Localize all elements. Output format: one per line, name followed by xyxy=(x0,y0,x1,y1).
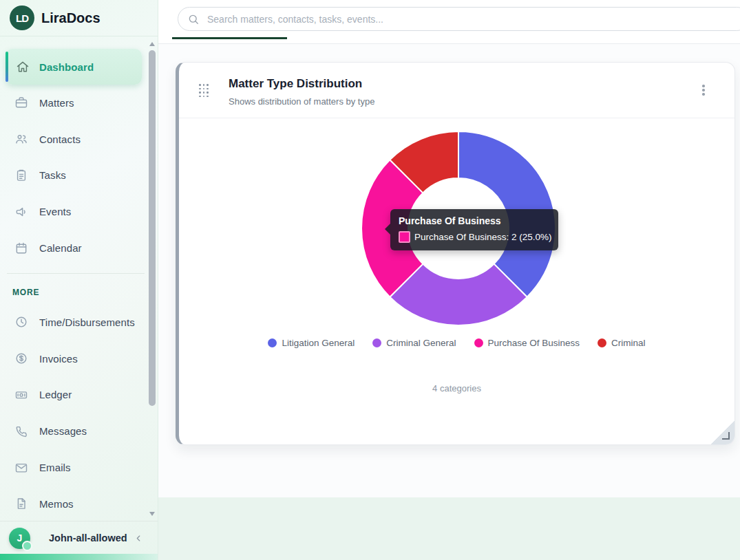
sidebar-item-emails[interactable]: Emails xyxy=(0,449,147,486)
app-logo-icon[interactable]: LD xyxy=(10,6,34,30)
search-bar[interactable] xyxy=(178,7,740,31)
sidebar-item-matters[interactable]: Matters xyxy=(0,85,147,121)
banknote-icon xyxy=(14,387,29,402)
sidebar-item-invoices[interactable]: Invoices xyxy=(0,341,147,377)
sidebar-item-tasks[interactable]: Tasks xyxy=(0,158,147,194)
sidebar-item-label: Events xyxy=(39,206,71,217)
legend-swatch-icon xyxy=(598,338,606,347)
legend-label: Purchase Of Business xyxy=(488,338,580,348)
sidebar-item-label: Ledger xyxy=(39,389,72,400)
legend-item-criminal[interactable]: Criminal xyxy=(598,338,646,348)
mail-icon xyxy=(14,460,29,475)
categories-count: 4 categories xyxy=(179,383,734,394)
user-name: John-all-allowed xyxy=(49,532,127,543)
sidebar: LD LiraDocs DashboardMattersContactsTask… xyxy=(0,0,158,560)
sidebar-item-contacts[interactable]: Contacts xyxy=(0,121,147,158)
card-header-divider xyxy=(179,118,734,118)
sidebar-header: LD LiraDocs xyxy=(0,0,158,36)
legend-item-litigation-general[interactable]: Litigation General xyxy=(268,338,355,348)
chart-legend: Litigation GeneralCriminal GeneralPurcha… xyxy=(179,338,734,348)
page-background-band xyxy=(158,497,740,560)
sidebar-item-events[interactable]: Events xyxy=(0,193,147,230)
card-header: Matter Type Distribution Shows distribut… xyxy=(179,63,734,118)
active-tab-underline xyxy=(172,37,287,39)
scrollbar-down-arrow[interactable] xyxy=(148,510,156,518)
legend-label: Criminal General xyxy=(386,338,456,348)
sidebar-item-memos[interactable]: Memos xyxy=(0,486,147,522)
home-icon xyxy=(15,59,30,74)
chart-tooltip: Purchase Of Business Purchase Of Busines… xyxy=(390,209,558,250)
legend-item-purchase-of-business[interactable]: Purchase Of Business xyxy=(474,338,580,348)
sidebar-item-ledger[interactable]: Ledger xyxy=(0,377,147,413)
sidebar-bottom-accent xyxy=(0,554,158,560)
scrollbar-up-arrow[interactable] xyxy=(148,40,156,48)
online-status-dot xyxy=(22,541,32,551)
sidebar-item-calendar[interactable]: Calendar xyxy=(0,230,147,266)
megaphone-icon xyxy=(14,204,29,219)
sidebar-item-label: Calendar xyxy=(39,242,82,254)
user-menu[interactable]: J John-all-allowed xyxy=(0,521,158,554)
search-icon xyxy=(187,13,200,25)
chevron-left-icon[interactable] xyxy=(134,533,144,543)
legend-swatch-icon xyxy=(372,338,381,347)
app-title: LiraDocs xyxy=(41,10,101,26)
widget-card-matter-type-distribution: Matter Type Distribution Shows distribut… xyxy=(176,62,735,445)
sidebar-item-label: Memos xyxy=(39,498,74,510)
main-content: Matter Type Distribution Shows distribut… xyxy=(158,44,740,560)
drag-handle-icon[interactable] xyxy=(199,84,209,98)
search-input[interactable] xyxy=(206,13,690,25)
card-subtitle: Shows distribution of matters by type xyxy=(229,96,374,107)
sidebar-nav: DashboardMattersContactsTasksEventsCalen… xyxy=(0,49,147,266)
sidebar-item-label: Time/Disbursements xyxy=(39,316,135,328)
briefcase-icon xyxy=(14,95,29,110)
tooltip-series-swatch xyxy=(399,231,410,243)
legend-swatch-icon xyxy=(474,338,483,347)
dollar-icon xyxy=(14,351,29,366)
scrollbar-thumb[interactable] xyxy=(149,50,156,406)
sidebar-item-label: Matters xyxy=(39,97,74,109)
clipboard-icon xyxy=(14,168,29,183)
card-resize-handle[interactable] xyxy=(711,421,734,444)
topbar xyxy=(158,0,740,44)
sidebar-item-label: Messages xyxy=(39,425,87,437)
sidebar-item-label: Invoices xyxy=(39,353,78,365)
card-menu-kebab-icon[interactable] xyxy=(697,83,710,98)
sidebar-item-label: Tasks xyxy=(39,169,66,181)
clock-icon xyxy=(14,314,29,330)
tooltip-value-text: Purchase Of Business: 2 (25.0%) xyxy=(414,232,552,242)
sidebar-item-messages[interactable]: Messages xyxy=(0,413,147,449)
calendar-icon xyxy=(14,241,29,256)
legend-label: Criminal xyxy=(611,338,646,348)
sidebar-item-time-disbursements[interactable]: Time/Disbursements xyxy=(0,304,147,341)
users-icon xyxy=(14,131,29,147)
avatar: J xyxy=(9,528,30,549)
file-icon xyxy=(14,496,29,511)
phone-icon xyxy=(14,424,29,439)
card-title: Matter Type Distribution xyxy=(229,77,362,91)
sidebar-divider xyxy=(7,273,145,274)
legend-label: Litigation General xyxy=(282,338,355,348)
sidebar-item-dashboard[interactable]: Dashboard xyxy=(6,49,142,85)
tooltip-title: Purchase Of Business xyxy=(399,215,550,226)
sidebar-section-more-label: MORE xyxy=(12,288,39,297)
app-root: LD LiraDocs DashboardMattersContactsTask… xyxy=(0,0,740,560)
legend-item-criminal-general[interactable]: Criminal General xyxy=(372,338,456,348)
sidebar-item-label: Emails xyxy=(39,462,71,473)
legend-swatch-icon xyxy=(268,338,277,347)
sidebar-item-label: Dashboard xyxy=(39,61,94,73)
sidebar-nav-more: Time/DisbursementsInvoicesLedgerMessages… xyxy=(0,304,147,522)
avatar-initial: J xyxy=(17,532,23,543)
sidebar-item-label: Contacts xyxy=(39,133,81,145)
